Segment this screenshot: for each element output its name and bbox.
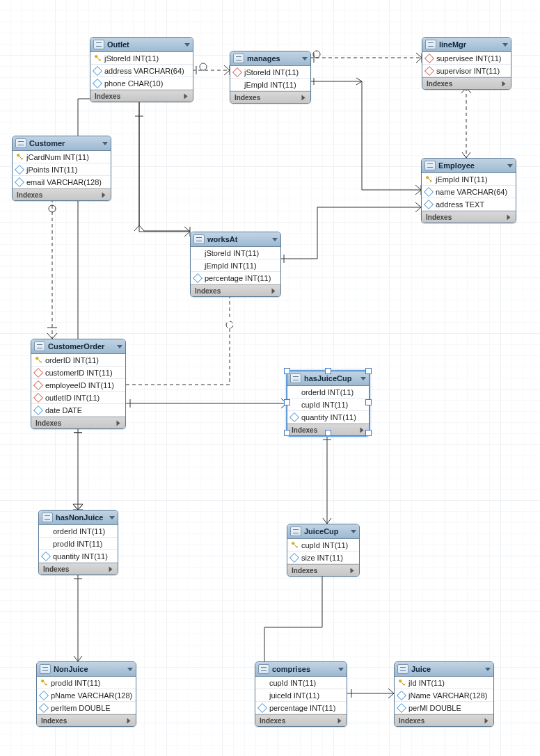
table-juice[interactable]: JuicejId INT(11)jName VARCHAR(128)perMl …: [394, 661, 494, 727]
expand-icon[interactable]: [184, 93, 188, 99]
expand-icon[interactable]: [127, 718, 131, 723]
table-column[interactable]: cupId INT(11): [287, 399, 369, 411]
table-column[interactable]: address VARCHAR(64): [90, 65, 193, 77]
table-column[interactable]: orderId INT(11): [39, 525, 118, 538]
collapse-icon[interactable]: [302, 57, 308, 61]
collapse-icon[interactable]: [127, 668, 133, 671]
table-column[interactable]: orderId INT(11): [287, 386, 369, 399]
table-header[interactable]: Customer: [13, 136, 111, 151]
selection-handle[interactable]: [365, 430, 372, 436]
table-header[interactable]: hasNonJuice: [39, 510, 118, 525]
table-column[interactable]: outletID INT(11): [31, 392, 125, 404]
indexes-section[interactable]: Indexes: [255, 714, 347, 726]
table-header[interactable]: Juice: [395, 662, 493, 677]
table-column[interactable]: cupId INT(11): [255, 677, 347, 689]
table-column[interactable]: jEmpId INT(11): [422, 173, 516, 186]
table-column[interactable]: name VARCHAR(64): [422, 186, 516, 198]
expand-icon[interactable]: [102, 192, 106, 198]
expand-icon[interactable]: [272, 288, 276, 293]
indexes-section[interactable]: Indexes: [13, 188, 111, 200]
table-column[interactable]: jStoreId INT(11): [90, 52, 193, 65]
indexes-section[interactable]: Indexes: [230, 91, 310, 103]
table-header[interactable]: NonJuice: [37, 662, 136, 677]
table-hasnonjuice[interactable]: hasNonJuiceorderId INT(11)prodId INT(11)…: [38, 510, 118, 575]
indexes-section[interactable]: Indexes: [191, 284, 280, 296]
table-column[interactable]: size INT(11): [287, 552, 359, 564]
expand-icon[interactable]: [507, 214, 511, 220]
table-column[interactable]: supervisee INT(11): [422, 52, 511, 65]
table-header[interactable]: JuiceCup: [287, 524, 359, 539]
table-column[interactable]: cupId INT(11): [287, 539, 359, 552]
selection-handle[interactable]: [284, 430, 290, 436]
selection-handle[interactable]: [325, 368, 331, 374]
table-column[interactable]: jEmpId INT(11): [191, 259, 280, 272]
indexes-section[interactable]: Indexes: [31, 417, 125, 428]
table-juicecup[interactable]: JuiceCupcupId INT(11)size INT(11)Indexes: [287, 524, 360, 577]
indexes-section[interactable]: Indexes: [287, 564, 359, 576]
collapse-icon[interactable]: [117, 345, 122, 348]
collapse-icon[interactable]: [109, 516, 115, 520]
table-linemgr[interactable]: lineMgrsupervisee INT(11)supervisor INT(…: [422, 37, 511, 90]
table-header[interactable]: CustomerOrder: [31, 339, 125, 354]
table-column[interactable]: jStoreId INT(11): [191, 247, 280, 259]
indexes-section[interactable]: Indexes: [395, 714, 493, 726]
table-column[interactable]: address TEXT: [422, 198, 516, 211]
collapse-icon[interactable]: [338, 668, 344, 671]
table-column[interactable]: orderID INT(11): [31, 354, 125, 367]
table-column[interactable]: juiceId INT(11): [255, 689, 347, 702]
selection-handle[interactable]: [365, 399, 372, 405]
table-column[interactable]: prodId INT(11): [37, 677, 136, 689]
table-column[interactable]: employeeID INT(11): [31, 379, 125, 392]
table-nonjuice[interactable]: NonJuiceprodId INT(11)pName VARCHAR(128)…: [36, 661, 136, 727]
expand-icon[interactable]: [485, 718, 489, 723]
collapse-icon[interactable]: [360, 377, 366, 380]
table-worksat[interactable]: worksAtjStoreId INT(11)jEmpId INT(11)per…: [190, 232, 281, 297]
selection-handle[interactable]: [284, 399, 290, 405]
expand-icon[interactable]: [302, 95, 305, 100]
table-customerorder[interactable]: CustomerOrderorderID INT(11)customerID I…: [31, 339, 126, 429]
table-header[interactable]: manages: [230, 51, 310, 66]
selection-handle[interactable]: [284, 368, 290, 374]
table-column[interactable]: phone CHAR(10): [90, 77, 193, 90]
expand-icon[interactable]: [360, 427, 364, 433]
selection-handle[interactable]: [365, 368, 372, 374]
table-column[interactable]: supervisor INT(11): [422, 65, 511, 77]
selection-handle[interactable]: [325, 430, 331, 436]
table-header[interactable]: Outlet: [90, 38, 193, 52]
collapse-icon[interactable]: [272, 238, 278, 241]
expand-icon[interactable]: [502, 81, 506, 86]
table-employee[interactable]: EmployeejEmpId INT(11)name VARCHAR(64)ad…: [421, 158, 516, 223]
indexes-section[interactable]: Indexes: [90, 90, 193, 102]
table-column[interactable]: jId INT(11): [395, 677, 493, 689]
table-hasjuicecup[interactable]: hasJuiceCuporderId INT(11)cupId INT(11)q…: [287, 371, 370, 436]
table-column[interactable]: percentage INT(11): [191, 272, 280, 284]
table-column[interactable]: email VARCHAR(128): [13, 176, 111, 188]
table-column[interactable]: prodId INT(11): [39, 538, 118, 550]
table-column[interactable]: quantity INT(11): [39, 550, 118, 563]
table-column[interactable]: jCardNum INT(11): [13, 151, 111, 163]
table-customer[interactable]: CustomerjCardNum INT(11)jPoints INT(11)e…: [12, 136, 111, 201]
collapse-icon[interactable]: [485, 668, 491, 671]
table-column[interactable]: jEmpId INT(11): [230, 79, 310, 91]
collapse-icon[interactable]: [351, 530, 356, 533]
expand-icon[interactable]: [338, 718, 342, 723]
collapse-icon[interactable]: [507, 164, 513, 168]
table-column[interactable]: jName VARCHAR(128): [395, 689, 493, 702]
table-manages[interactable]: managesjStoreId INT(11)jEmpId INT(11)Ind…: [230, 51, 311, 104]
table-column[interactable]: date DATE: [31, 404, 125, 417]
collapse-icon[interactable]: [102, 142, 108, 145]
expand-icon[interactable]: [117, 420, 120, 426]
expand-icon[interactable]: [109, 566, 113, 572]
indexes-section[interactable]: Indexes: [39, 563, 118, 574]
expand-icon[interactable]: [351, 568, 354, 573]
indexes-section[interactable]: Indexes: [422, 77, 511, 89]
collapse-icon[interactable]: [502, 43, 508, 47]
table-header[interactable]: Employee: [422, 159, 516, 173]
table-header[interactable]: worksAt: [191, 232, 280, 247]
indexes-section[interactable]: Indexes: [37, 714, 136, 726]
table-column[interactable]: quantity INT(11): [287, 411, 369, 424]
table-column[interactable]: jPoints INT(11): [13, 163, 111, 176]
table-column[interactable]: perItem DOUBLE: [37, 702, 136, 714]
table-column[interactable]: perMl DOUBLE: [395, 702, 493, 714]
table-comprises[interactable]: comprisescupId INT(11)juiceId INT(11)per…: [255, 661, 347, 727]
